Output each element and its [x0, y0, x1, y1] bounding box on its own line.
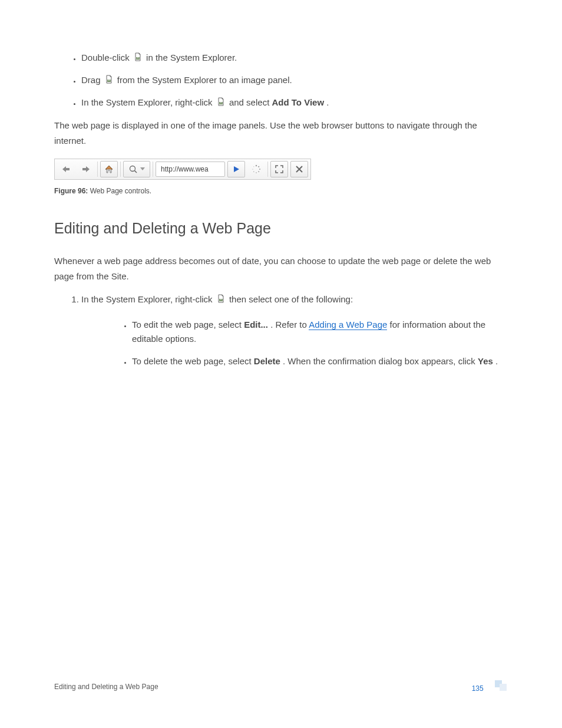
text: from the System Explorer to an image pan… [117, 75, 292, 85]
zoom-button[interactable] [123, 161, 150, 177]
text: In the System Explorer, right-click [81, 97, 215, 107]
close-icon [295, 165, 303, 173]
separator [97, 162, 98, 177]
home-icon [104, 164, 114, 174]
svg-point-11 [258, 171, 259, 172]
separator [267, 162, 268, 177]
svg-text:URL: URL [107, 80, 111, 82]
text: then select one of the following: [229, 294, 353, 304]
svg-point-8 [256, 165, 257, 166]
step-item: In the System Explorer, right-click URL … [81, 292, 508, 368]
text: . [495, 356, 498, 366]
separator [153, 162, 153, 177]
instruction-item: Double-click URL in the System Explorer. [81, 51, 508, 65]
figure-label: Figure 96: [54, 187, 88, 195]
svg-text:URL: URL [219, 299, 223, 301]
url-icon: URL [133, 54, 143, 63]
text: Drag [81, 75, 103, 85]
instruction-item: Drag URL from the System Explorer to an … [81, 73, 508, 87]
steps-list: In the System Explorer, right-click URL … [54, 292, 508, 368]
url-icon: URL [216, 98, 226, 108]
svg-line-7 [135, 171, 137, 173]
section-heading: Editing and Deleting a Web Page [54, 220, 508, 237]
url-icon: URL [216, 295, 226, 305]
svg-point-9 [258, 166, 259, 167]
url-field[interactable]: http://www.wea [156, 162, 225, 177]
instruction-list: Double-click URL in the System Explorer.… [54, 51, 508, 110]
svg-point-10 [259, 169, 260, 170]
sub-list: To edit the web page, select Edit... . R… [81, 318, 508, 368]
menu-name: Edit... [244, 319, 268, 330]
footer-right: 135 [472, 680, 508, 693]
text: . When the confirmation dialog box appea… [283, 356, 478, 366]
logo-icon [491, 680, 508, 691]
separator [120, 162, 121, 177]
play-icon [232, 165, 240, 173]
text: in the System Explorer. [146, 52, 237, 62]
menu-name: Delete [254, 356, 280, 366]
forward-button[interactable] [77, 161, 95, 177]
page-footer: Editing and Deleting a Web Page 135 [54, 680, 508, 693]
refresh-button[interactable] [247, 161, 265, 177]
paragraph: Whenever a web page address becomes out … [54, 253, 508, 284]
close-button[interactable] [290, 161, 308, 177]
fullscreen-icon [275, 165, 283, 173]
svg-text:URL: URL [135, 57, 140, 60]
arrow-left-icon [61, 165, 71, 173]
go-button[interactable] [227, 161, 245, 177]
text: In the System Explorer, right-click [81, 294, 215, 304]
text: and select [229, 97, 272, 107]
webpage-toolbar: http://www.wea [54, 159, 311, 180]
magnifier-icon [128, 164, 138, 174]
svg-point-12 [256, 172, 257, 173]
text: . Refer to [270, 319, 309, 330]
figure-text: Web Page controls. [88, 187, 151, 195]
text: To delete the web page, select [132, 356, 254, 366]
back-button[interactable] [57, 161, 75, 177]
menu-name: Add To View [272, 97, 324, 107]
footer-title: Editing and Deleting a Web Page [54, 683, 158, 691]
home-button[interactable] [100, 161, 118, 177]
paragraph: The web page is displayed in one of the … [54, 118, 508, 148]
sub-item: To delete the web page, select Delete . … [132, 354, 508, 368]
document-page: Double-click URL in the System Explorer.… [0, 0, 562, 728]
figure-caption: Figure 96: Web Page controls. [54, 187, 508, 195]
svg-point-15 [253, 166, 254, 167]
arrow-right-icon [81, 165, 91, 173]
loading-icon [252, 164, 261, 174]
sub-item: To edit the web page, select Edit... . R… [132, 318, 508, 346]
instruction-item: In the System Explorer, right-click URL … [81, 95, 508, 110]
page-number: 135 [472, 684, 484, 693]
svg-point-13 [253, 172, 254, 172]
svg-point-14 [252, 169, 253, 169]
svg-point-6 [130, 166, 135, 172]
chevron-down-icon [140, 167, 145, 171]
svg-text:URL: URL [219, 102, 223, 104]
text: . [326, 97, 329, 107]
button-name: Yes [478, 356, 493, 366]
url-icon: URL [104, 76, 114, 85]
cross-reference-link[interactable]: Adding a Web Page [309, 319, 387, 330]
fullscreen-button[interactable] [270, 161, 288, 177]
text: Double-click [81, 52, 132, 62]
text: To edit the web page, select [132, 319, 244, 330]
